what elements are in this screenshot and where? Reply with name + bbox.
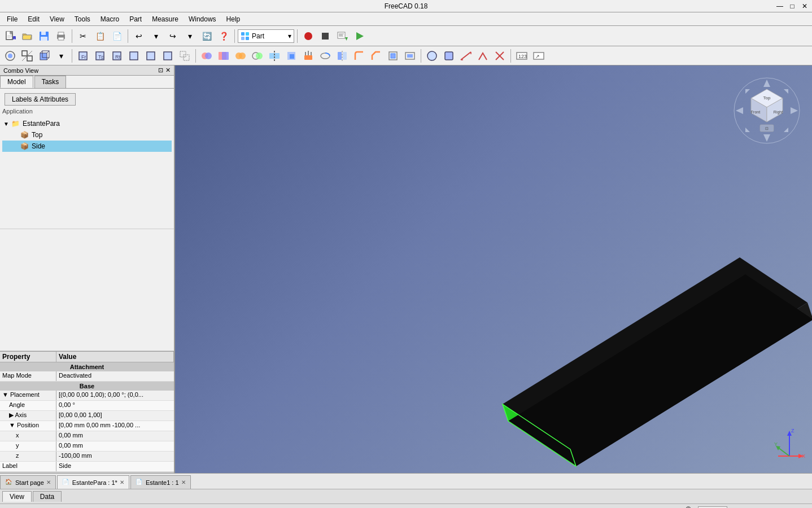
prop-mapmode[interactable]: Map Mode Deactivated <box>0 371 174 382</box>
prop-y[interactable]: y 0,00 mm <box>0 441 174 452</box>
btn-save[interactable] <box>36 28 52 44</box>
tree-item-side[interactable]: 📦 Side <box>2 141 172 152</box>
btn-revolve[interactable] <box>317 48 333 64</box>
svg-text:⊡: ⊡ <box>765 126 769 130</box>
btn-join[interactable] <box>283 48 299 64</box>
btn-undo-arrow[interactable]: ▾ <box>148 28 164 44</box>
maximize-button[interactable]: □ <box>787 1 797 11</box>
workbench-selector[interactable]: Part ▾ <box>238 29 294 43</box>
btn-fillet[interactable] <box>351 48 367 64</box>
btn-stop-macro[interactable] <box>317 28 333 44</box>
btn-thickness[interactable] <box>402 48 418 64</box>
btn-run-macro[interactable] <box>351 28 367 44</box>
btn-new[interactable]: + <box>2 28 18 44</box>
btn-right-view[interactable]: Rt <box>109 48 125 64</box>
btn-section[interactable] <box>267 48 282 64</box>
btn-top-view[interactable]: Tp <box>92 48 108 64</box>
btn-mirror[interactable] <box>334 48 350 64</box>
btn-create-body[interactable] <box>441 48 457 64</box>
svg-rect-11 <box>58 32 64 35</box>
btn-create-shape[interactable] <box>424 48 440 64</box>
btn-offset[interactable] <box>385 48 401 64</box>
prop-angle[interactable]: Angle 0,00 ° <box>0 401 174 411</box>
tab-estante1[interactable]: 📄 Estante1 : 1 ✕ <box>130 475 191 489</box>
3d-viewport[interactable]: Top Front Right ⊡ Z <box>175 65 812 473</box>
btn-bounding-box[interactable] <box>177 48 193 64</box>
btn-redo[interactable]: ↪ <box>165 28 181 44</box>
prop-z[interactable]: z -100,00 mm <box>0 452 174 462</box>
btn-measure-angular[interactable] <box>475 48 491 64</box>
labels-attributes-btn[interactable]: Labels & Attributes <box>5 93 76 106</box>
btn-record-macro[interactable] <box>300 28 316 44</box>
tab-start-page[interactable]: 🏠 Start page ✕ <box>0 475 56 489</box>
menu-part[interactable]: Part <box>125 14 146 24</box>
nav-left-arrow[interactable] <box>736 107 743 114</box>
btn-clear-measure[interactable] <box>492 48 508 64</box>
prop-position[interactable]: ▼ Position [0,00 mm 0,00 mm -100,00 ... <box>0 421 174 431</box>
menu-windows[interactable]: Windows <box>184 14 221 24</box>
btn-union[interactable] <box>233 48 248 64</box>
tab-data[interactable]: Data <box>33 491 62 502</box>
prop-name-position: ▼ Position <box>0 421 56 431</box>
tab-tasks[interactable]: Tasks <box>34 76 67 88</box>
menu-edit[interactable]: Edit <box>23 14 44 24</box>
btn-rear-view[interactable] <box>126 48 142 64</box>
btn-whatsthis[interactable]: ❓ <box>216 28 232 44</box>
close-panel-btn[interactable]: ✕ <box>165 67 171 74</box>
navigation-cube[interactable]: Top Front Right ⊡ <box>733 77 801 144</box>
menu-file[interactable]: File <box>2 14 22 24</box>
btn-cut[interactable]: ✂ <box>75 28 91 44</box>
btn-front-view[interactable]: Fr <box>75 48 91 64</box>
prop-axis[interactable]: ▶ Axis [0,00 0,00 1,00] <box>0 411 174 421</box>
btn-edit-macro[interactable] <box>334 28 350 44</box>
tree-item-top[interactable]: 📦 Top <box>2 129 172 141</box>
btn-chamfer[interactable] <box>368 48 384 64</box>
btn-print[interactable] <box>53 28 69 44</box>
menu-measure[interactable]: Measure <box>147 14 183 24</box>
close-start-page[interactable]: ✕ <box>46 479 51 485</box>
btn-copy[interactable]: 📋 <box>92 28 108 44</box>
svg-rect-28 <box>27 56 32 61</box>
close-button[interactable]: ✕ <box>800 1 810 11</box>
btn-undo[interactable]: ↩ <box>131 28 147 44</box>
svg-text:Right: Right <box>774 110 783 115</box>
prop-placement[interactable]: ▼ Placement [(0,00 0,00 1,00); 0,00 °; (… <box>0 391 174 401</box>
menu-view[interactable]: View <box>45 14 69 24</box>
btn-refresh[interactable]: 🔄 <box>199 28 215 44</box>
btn-draw-style[interactable] <box>2 48 18 64</box>
status-right: CAD - ▾ 2102,13 mm x 1222,48 mm <box>683 506 807 509</box>
menu-macro[interactable]: Macro <box>96 14 124 24</box>
btn-display-measure[interactable]: 123 <box>514 48 530 64</box>
prop-label[interactable]: Label Side <box>0 462 174 472</box>
btn-intersect[interactable] <box>250 48 265 64</box>
svg-line-98 <box>778 448 789 456</box>
btn-left-view[interactable] <box>143 48 159 64</box>
btn-extrude[interactable] <box>300 48 316 64</box>
btn-paste[interactable]: 📄 <box>109 28 125 44</box>
tab-estantepara[interactable]: 📄 EstantePara : 1* ✕ <box>57 475 129 489</box>
svg-rect-30 <box>40 53 47 60</box>
btn-redo-arrow[interactable]: ▾ <box>182 28 198 44</box>
float-btn[interactable]: ⊡ <box>158 67 163 74</box>
menu-tools[interactable]: Tools <box>70 14 95 24</box>
tab-view[interactable]: View <box>2 491 32 502</box>
btn-open[interactable] <box>19 28 35 44</box>
btn-boolean[interactable] <box>199 48 215 64</box>
nav-up-arrow[interactable] <box>763 80 770 87</box>
prop-x[interactable]: x 0,00 mm <box>0 431 174 441</box>
nav-right-arrow[interactable] <box>791 107 798 114</box>
btn-export-measure[interactable]: ↗ <box>531 48 547 64</box>
minimize-button[interactable]: — <box>775 1 785 11</box>
close-estante1[interactable]: ✕ <box>181 479 186 485</box>
menu-help[interactable]: Help <box>222 14 245 24</box>
btn-measure-linear[interactable] <box>458 48 474 64</box>
tree-item-estantepara[interactable]: ▼ 📁 EstantePara <box>2 118 172 129</box>
btn-3d-view[interactable] <box>36 48 52 64</box>
btn-bottom-view[interactable] <box>160 48 176 64</box>
btn-cut-op[interactable] <box>216 48 232 64</box>
tab-model[interactable]: Model <box>0 76 33 88</box>
btn-toggle-home[interactable]: ▾ <box>53 48 69 64</box>
close-estantepara[interactable]: ✕ <box>120 479 124 485</box>
btn-zoom-fit[interactable] <box>19 48 35 64</box>
nav-down-arrow[interactable] <box>763 134 770 142</box>
